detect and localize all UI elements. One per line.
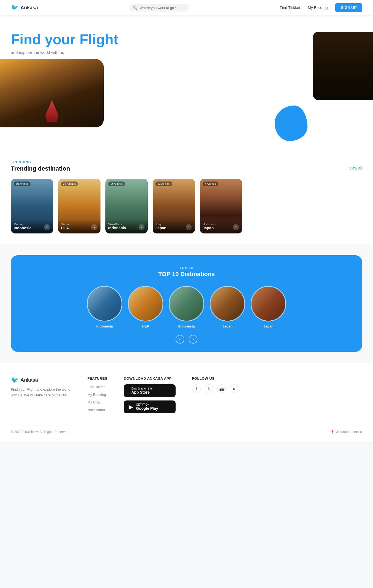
top10-item-uea[interactable]: UEA: [128, 286, 163, 328]
footer-follow-title: FOLLOW US: [192, 376, 238, 381]
card-info: Tokyo Japan: [155, 223, 166, 230]
circle-label: Indonesia: [169, 324, 204, 328]
instagram-icon[interactable]: 📷: [217, 384, 226, 393]
footer-notification[interactable]: Notification: [87, 408, 105, 412]
view-all-link[interactable]: view all: [350, 166, 362, 170]
top10-item-japan1[interactable]: Japan: [210, 286, 245, 328]
card-country: UEA: [61, 226, 69, 230]
signup-button[interactable]: SIGN UP: [335, 3, 362, 12]
card-arrow[interactable]: ›: [233, 224, 239, 230]
top10-item-indonesia1[interactable]: Indonesia: [87, 286, 122, 328]
app-store-subtitle: Download on the: [131, 387, 152, 390]
card-arrow[interactable]: ›: [138, 224, 144, 230]
footer-social-col: FOLLOW US f 𝕏 📷 ▶: [192, 376, 238, 417]
footer-brand-desc: Find your Flight and explore the world w…: [11, 387, 71, 398]
card-airlines: 19 Airlines: [14, 182, 31, 186]
card-sukabumi[interactable]: 18 Airlines SukaBumi Indonesia ›: [105, 179, 148, 233]
card-dubai[interactable]: 22 Airlines Dubai UEA ›: [58, 179, 100, 233]
card-overlay: Tokyo Japan ›: [153, 219, 195, 233]
brand-logo[interactable]: 🐦 Ankasa: [11, 4, 38, 11]
navbar: 🐦 Ankasa 🔍 Find Tickket My Booking SIGN …: [0, 0, 373, 15]
hero-image-left-inner: [0, 59, 104, 127]
footer-feature-item: Find Ticket: [87, 384, 107, 389]
google-play-text: GET IT ON Google Play: [136, 403, 158, 411]
top10-title: TOP 10 Distinations: [19, 271, 354, 278]
circle-image: [128, 286, 163, 321]
location-icon: 📍: [330, 430, 334, 434]
circle-image: [210, 286, 245, 321]
nav-my-booking[interactable]: My Booking: [308, 5, 328, 10]
brand-name: Ankasa: [20, 5, 38, 11]
app-store-text: Download on the App Store: [131, 387, 152, 394]
card-arrow[interactable]: ›: [91, 224, 97, 230]
card-info: SukaBumi Indonesia: [108, 223, 126, 230]
twitter-icon[interactable]: 𝕏: [205, 384, 213, 393]
footer-my-booking[interactable]: My Booking: [87, 393, 106, 397]
footer-top: 🐦 Ankasa Find your Flight and explore th…: [11, 376, 362, 417]
footer-features-col: FEATURES Find Ticket My Booking My Chat …: [87, 376, 107, 417]
top10-circles: Indonesia UEA Indonesia Japan Japan: [19, 286, 354, 328]
circle-label: UEA: [128, 324, 163, 328]
destination-cards: 19 Airlines Malang Indonesia › 22 Airlin…: [11, 179, 362, 236]
hero-title: Find your Flight: [11, 32, 362, 47]
top10-prev-button[interactable]: ‹: [176, 335, 184, 344]
footer-feature-item: My Booking: [87, 392, 107, 397]
card-city: Malang: [14, 223, 31, 226]
location-text: 📍 Jakarta Indonesia: [330, 430, 362, 434]
card-arrow[interactable]: ›: [44, 224, 50, 230]
card-info: Hiroshima Japan: [203, 223, 216, 230]
footer-bird-icon: 🐦: [11, 376, 18, 384]
circle-image: [251, 286, 286, 321]
top10-navigation: ‹ ›: [19, 335, 354, 344]
nav-find-ticket[interactable]: Find Tickket: [280, 5, 300, 10]
card-city: Tokyo: [155, 223, 166, 226]
youtube-icon[interactable]: ▶: [230, 384, 238, 393]
top10-section: TOP 10 TOP 10 Distinations Indonesia UEA…: [11, 255, 362, 352]
card-overlay: Hiroshima Japan ›: [200, 219, 242, 233]
footer-feature-item: Notification: [87, 407, 107, 412]
card-tokyo[interactable]: 12 Airlines Tokyo Japan ›: [153, 179, 195, 233]
google-play-subtitle: GET IT ON: [136, 403, 158, 406]
hero-subtitle: and explore the world with us: [11, 50, 362, 55]
bird-icon: 🐦: [11, 4, 18, 11]
search-bar[interactable]: 🔍: [129, 4, 189, 11]
card-info: Malang Indonesia: [14, 223, 31, 230]
footer-find-ticket[interactable]: Find Ticket: [87, 385, 105, 389]
search-icon: 🔍: [133, 5, 137, 10]
google-play-title: Google Play: [136, 406, 158, 411]
card-malang[interactable]: 19 Airlines Malang Indonesia ›: [11, 179, 53, 233]
card-arrow[interactable]: ›: [186, 224, 192, 230]
facebook-icon[interactable]: f: [192, 384, 201, 393]
search-input[interactable]: [140, 6, 185, 10]
social-icons: f 𝕏 📷 ▶: [192, 384, 238, 393]
hero-blob-decoration: [275, 106, 307, 141]
card-overlay: Dubai UEA ›: [58, 219, 100, 233]
footer-my-chat[interactable]: My Chat: [87, 400, 100, 404]
top10-item-japan2[interactable]: Japan: [251, 286, 286, 328]
card-airlines: 12 Airlines: [155, 182, 172, 186]
trending-label: TRENDING: [11, 160, 362, 164]
top10-next-button[interactable]: ›: [189, 335, 197, 344]
top10-item-indonesia2[interactable]: Indonesia: [169, 286, 204, 328]
circle-label: Japan: [251, 324, 286, 328]
circle-label: Indonesia: [87, 324, 122, 328]
footer: 🐦 Ankasa Find your Flight and explore th…: [0, 363, 373, 442]
card-country: Japan: [155, 226, 166, 230]
trending-header: Trending destination view all: [11, 164, 362, 172]
app-store-title: App Store: [131, 390, 152, 394]
top10-label: TOP 10: [19, 266, 354, 270]
card-airlines: 18 Airlines: [108, 182, 125, 186]
google-play-button[interactable]: ▶ GET IT ON Google Play: [124, 400, 176, 413]
trending-section: TRENDING Trending destination view all 1…: [0, 147, 373, 244]
footer-download-col: DOWNLOAD ANKASA APP Download on the App …: [124, 376, 176, 417]
footer-feature-item: My Chat: [87, 400, 107, 405]
circle-label: Japan: [210, 324, 245, 328]
card-hiroshima[interactable]: 5 Airlines Hiroshima Japan ›: [200, 179, 242, 233]
copyright-text: © 2023 Flowbite™. All Rights Reserved.: [11, 430, 69, 434]
circle-image: [169, 286, 204, 321]
footer-features-title: FEATURES: [87, 376, 107, 381]
app-store-button[interactable]: Download on the App Store: [124, 384, 176, 397]
card-country: Japan: [203, 226, 216, 230]
card-info: Dubai UEA: [61, 223, 69, 230]
footer-brand: 🐦 Ankasa Find your Flight and explore th…: [11, 376, 71, 417]
